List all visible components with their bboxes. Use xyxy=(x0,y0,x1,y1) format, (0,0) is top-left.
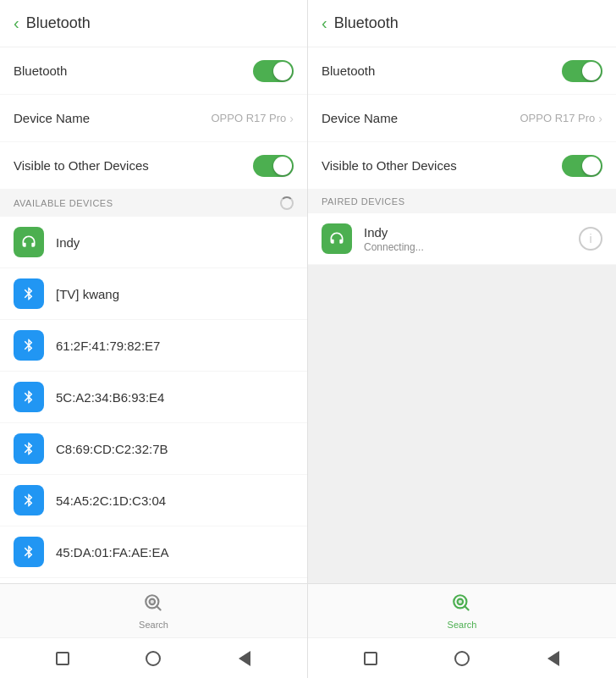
setting-row-0[interactable]: Bluetooth xyxy=(308,47,616,95)
setting-value: OPPO R17 Pro› xyxy=(211,112,294,125)
section-header-text: AVAILABLE DEVICES xyxy=(14,198,113,208)
panel-left: ‹ Bluetooth BluetoothDevice NameOPPO R17… xyxy=(0,0,308,678)
list-item[interactable]: Indy xyxy=(0,217,307,268)
recent-apps-button[interactable] xyxy=(52,648,73,669)
settings-section: BluetoothDevice NameOPPO R17 Pro›Visible… xyxy=(308,47,616,190)
device-name: [TV] kwang xyxy=(56,287,294,301)
bluetooth-icon xyxy=(14,278,44,309)
home-button[interactable] xyxy=(452,648,472,669)
setting-row-2[interactable]: Visible to Other Devices xyxy=(308,142,616,190)
list-item[interactable]: 5C:A2:34:B6:93:E4 xyxy=(0,372,307,423)
bluetooth-icon xyxy=(14,433,44,464)
paired-device-list: IndyConnecting...i xyxy=(308,213,616,265)
setting-label: Bluetooth xyxy=(14,63,67,78)
setting-row-1[interactable]: Device NameOPPO R17 Pro› xyxy=(308,95,616,142)
device-info-button[interactable]: i xyxy=(579,227,602,251)
bottom-nav-label: Search xyxy=(139,620,168,630)
setting-label: Device Name xyxy=(14,111,90,125)
empty-area xyxy=(308,265,616,583)
device-name: Indy xyxy=(56,235,294,250)
system-nav-bar xyxy=(308,637,616,678)
paired-devices-header: PAIRED DEVICES xyxy=(308,190,616,213)
list-item[interactable]: [TV] kwang xyxy=(0,268,307,320)
loading-spinner xyxy=(280,196,294,210)
toggle-switch[interactable] xyxy=(562,155,602,177)
svg-point-3 xyxy=(458,598,464,604)
home-button[interactable] xyxy=(143,648,163,669)
svg-point-1 xyxy=(149,598,155,604)
page-title: Bluetooth xyxy=(334,14,399,32)
back-nav-button[interactable] xyxy=(234,648,255,669)
device-name: 61:2F:41:79:82:E7 xyxy=(56,339,294,353)
bottom-nav[interactable]: Search xyxy=(308,583,616,637)
device-name: Indy xyxy=(364,225,567,240)
chevron-icon: › xyxy=(289,112,294,125)
bluetooth-icon xyxy=(14,330,44,361)
list-item[interactable]: 61:2F:41:79:82:E7 xyxy=(0,320,307,372)
headphone-icon xyxy=(322,223,352,254)
available-devices-header: AVAILABLE DEVICES xyxy=(0,190,307,217)
setting-label: Bluetooth xyxy=(322,63,375,78)
chevron-icon: › xyxy=(598,112,602,125)
setting-label: Visible to Other Devices xyxy=(322,158,457,173)
back-nav-button[interactable] xyxy=(543,648,564,669)
device-name: 45:DA:01:FA:AE:EA xyxy=(56,545,294,559)
recent-apps-button[interactable] xyxy=(360,648,381,669)
device-name: 5C:A2:34:B6:93:E4 xyxy=(56,390,294,405)
setting-value: OPPO R17 Pro› xyxy=(520,112,602,125)
device-status: Connecting... xyxy=(364,241,567,253)
setting-label: Visible to Other Devices xyxy=(14,158,149,173)
search-icon xyxy=(451,593,473,618)
bluetooth-icon xyxy=(14,382,44,412)
header: ‹ Bluetooth xyxy=(308,0,616,47)
setting-row-2[interactable]: Visible to Other Devices xyxy=(0,142,307,190)
bluetooth-icon xyxy=(14,485,44,515)
back-button[interactable]: ‹ xyxy=(322,14,327,33)
search-icon xyxy=(143,593,165,618)
list-item[interactable]: C8:69:CD:C2:32:7B xyxy=(0,423,307,475)
setting-row-0[interactable]: Bluetooth xyxy=(0,47,307,95)
device-name: C8:69:CD:C2:32:7B xyxy=(56,442,294,456)
back-button[interactable]: ‹ xyxy=(14,14,19,33)
setting-label: Device Name xyxy=(322,111,398,125)
toggle-switch[interactable] xyxy=(253,155,294,177)
settings-section: BluetoothDevice NameOPPO R17 Pro›Visible… xyxy=(0,47,307,190)
bottom-nav-label: Search xyxy=(448,620,477,630)
page-title: Bluetooth xyxy=(26,14,91,32)
bottom-wrapper: Search xyxy=(0,583,307,678)
list-item[interactable]: 54:A5:2C:1D:C3:04 xyxy=(0,475,307,526)
panel-right: ‹ Bluetooth BluetoothDevice NameOPPO R17… xyxy=(308,0,616,678)
device-list: Indy [TV] kwang 61:2F:41:79:82:E7 5C:A2:… xyxy=(0,217,307,583)
device-name: 54:A5:2C:1D:C3:04 xyxy=(56,493,294,508)
bottom-nav[interactable]: Search xyxy=(0,583,307,637)
toggle-switch[interactable] xyxy=(562,60,602,82)
list-item[interactable]: IndyConnecting...i xyxy=(308,213,616,265)
headphone-icon xyxy=(14,227,44,257)
section-header-text: PAIRED DEVICES xyxy=(322,196,405,207)
setting-row-1[interactable]: Device NameOPPO R17 Pro› xyxy=(0,95,307,142)
list-item[interactable]: 45:DA:01:FA:AE:EA xyxy=(0,526,307,578)
header: ‹ Bluetooth xyxy=(0,0,307,47)
system-nav-bar xyxy=(0,637,307,678)
bluetooth-icon xyxy=(14,537,44,567)
bottom-wrapper: Search xyxy=(308,583,616,678)
device-text: IndyConnecting... xyxy=(364,225,567,253)
toggle-switch[interactable] xyxy=(253,60,294,82)
